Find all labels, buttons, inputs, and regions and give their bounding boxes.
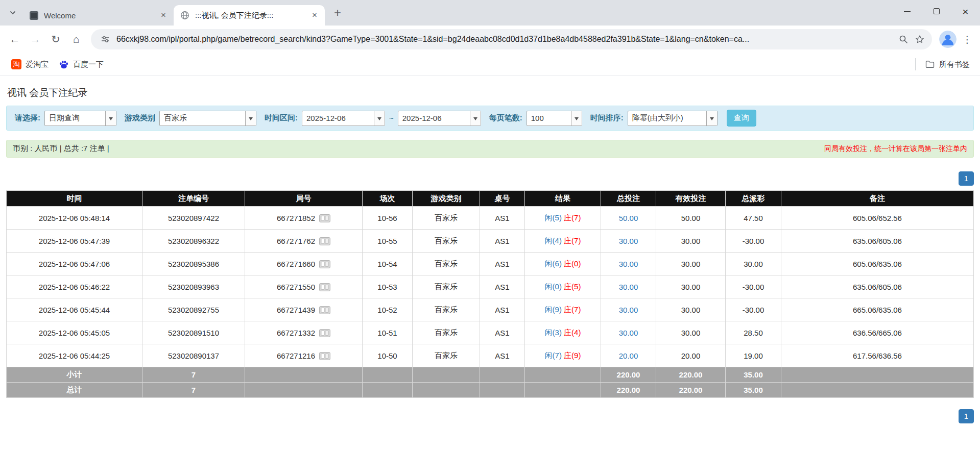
cell-round-no: 667271852: [245, 207, 363, 230]
cell-session: 10-52: [363, 298, 413, 321]
cell-total-bet: 30.00: [601, 275, 656, 298]
url-text: 66cxkj98.com/ipl/portal.php/game/betreco…: [116, 35, 892, 44]
page-button[interactable]: 1: [959, 171, 974, 186]
bet-row: 2025-12-06 05:47:39523020896322667271762…: [7, 230, 974, 253]
game-type-label: 游戏类别: [125, 113, 155, 123]
forward-button[interactable]: →: [26, 30, 45, 49]
filter-bar: 请选择: 日期查询 游戏类别 百家乐 时间区间: 2025-12-06 ~ 20…: [6, 106, 974, 131]
round-result-icon[interactable]: [319, 237, 330, 245]
total-bet-link[interactable]: 50.00: [619, 214, 638, 222]
home-button[interactable]: ⌂: [66, 30, 86, 49]
minimize-button[interactable]: [893, 0, 922, 22]
chevron-down-icon: [571, 111, 582, 125]
bookmark-aitaobao[interactable]: 淘 爱淘宝: [6, 56, 54, 72]
cell-game-type: 百家乐: [413, 230, 480, 253]
round-result-icon[interactable]: [319, 352, 330, 360]
result-banker: 庄(7): [564, 236, 581, 245]
currency-summary: 币别 : 人民币 | 总共 :7 注单 |: [13, 144, 109, 154]
back-button[interactable]: ←: [5, 30, 25, 49]
cell-valid-bet: 50.00: [656, 207, 726, 230]
date-to-value: 2025-12-06: [398, 114, 470, 122]
bookmarks-divider: [915, 58, 916, 70]
tab-welcome[interactable]: Welcome ×: [22, 5, 174, 26]
round-number: 667271852: [277, 214, 315, 222]
cell-bet-no: 523020892755: [142, 298, 245, 321]
round-result-icon[interactable]: [319, 306, 330, 314]
tab-betrecord[interactable]: :::视讯, 会员下注纪录::: ×: [174, 5, 325, 26]
round-result-icon[interactable]: [319, 260, 330, 268]
cell-session: 10-51: [363, 321, 413, 344]
grand-total-row: 总计7220.00220.0035.00: [7, 383, 974, 398]
cell-round-no: 667271332: [245, 321, 363, 344]
round-result-icon[interactable]: [319, 214, 330, 222]
all-bookmarks-button[interactable]: 所有书签: [921, 56, 974, 72]
browser-toolbar: ← → ↻ ⌂ 66cxkj98.com/ipl/portal.php/game…: [0, 26, 980, 53]
tab-title: :::视讯, 会员下注纪录:::: [195, 11, 309, 20]
tab-close-icon[interactable]: ×: [309, 10, 320, 20]
tab-close-icon[interactable]: ×: [158, 10, 169, 20]
site-info-icon[interactable]: [98, 34, 112, 44]
refresh-button[interactable]: ↻: [46, 30, 65, 49]
page-title: 视讯 会员下注纪录: [7, 86, 974, 99]
search-button[interactable]: 查询: [727, 110, 756, 127]
total-bet-link[interactable]: 30.00: [619, 329, 638, 337]
bet-table: 时间注单编号局号场次游戏类别桌号结果总投注有效投注总派彩备注 2025-12-0…: [6, 190, 974, 398]
cell-total-bet: 30.00: [601, 298, 656, 321]
query-type-select[interactable]: 日期查询: [44, 111, 116, 126]
column-header: 总派彩: [726, 191, 781, 207]
page-size-select[interactable]: 100: [527, 111, 582, 126]
column-header: 注单编号: [142, 191, 245, 207]
page-size-value: 100: [527, 114, 571, 122]
cell-note: 635.06/605.06: [781, 230, 974, 253]
close-button[interactable]: ×: [951, 0, 980, 22]
result-player: 闲(6): [545, 259, 562, 268]
range-separator: ~: [389, 114, 394, 122]
cell-time: 2025-12-06 05:46:22: [7, 275, 142, 298]
date-from-select[interactable]: 2025-12-06: [302, 111, 385, 126]
column-header: 结果: [525, 191, 601, 207]
page-button[interactable]: 1: [959, 409, 974, 423]
bet-row: 2025-12-06 05:45:05523020891510667271332…: [7, 321, 974, 344]
date-to-select[interactable]: 2025-12-06: [398, 111, 481, 126]
game-type-select[interactable]: 百家乐: [159, 111, 256, 126]
total-bet-link[interactable]: 30.00: [619, 260, 638, 268]
address-bar[interactable]: 66cxkj98.com/ipl/portal.php/game/betreco…: [91, 29, 932, 49]
cell-valid-bet: 30.00: [656, 230, 726, 253]
profile-avatar[interactable]: [939, 31, 957, 48]
bet-row: 2025-12-06 05:47:06523020895386667271660…: [7, 253, 974, 275]
browser-menu-button[interactable]: ⋮: [960, 30, 975, 49]
round-number: 667271762: [277, 237, 315, 245]
cell-result: 闲(6) 庄(0): [525, 253, 601, 275]
folder-icon: [925, 59, 935, 69]
tab-search-button[interactable]: [5, 5, 20, 20]
total-bet-link[interactable]: 20.00: [619, 351, 638, 360]
sort-select[interactable]: 降幂(由大到小): [628, 111, 718, 126]
bookmark-baidu[interactable]: 百度一下: [54, 56, 109, 72]
cell-game-type: 百家乐: [413, 207, 480, 230]
maximize-button[interactable]: [922, 0, 951, 22]
cell-result: 闲(4) 庄(7): [525, 230, 601, 253]
round-number: 667271332: [277, 329, 315, 337]
chevron-down-icon: [245, 111, 256, 125]
page-content: 视讯 会员下注纪录 请选择: 日期查询 游戏类别 百家乐 时间区间: 2025-…: [0, 86, 980, 423]
total-bet-link[interactable]: 30.00: [619, 283, 638, 291]
cell-table-no: AS1: [480, 298, 525, 321]
bookmark-label: 百度一下: [73, 60, 104, 69]
round-number: 667271216: [277, 351, 315, 360]
zoom-icon[interactable]: [896, 34, 911, 44]
bookmark-star-icon[interactable]: [913, 34, 927, 44]
tab-bar: Welcome × :::视讯, 会员下注纪录::: × + ×: [0, 0, 980, 26]
round-result-icon[interactable]: [319, 329, 330, 337]
pagination-top: 1: [6, 171, 974, 186]
cell-payout: -30.00: [726, 298, 781, 321]
cell-time: 2025-12-06 05:44:25: [7, 344, 142, 367]
total-bet-link[interactable]: 30.00: [619, 306, 638, 314]
result-player: 闲(7): [545, 351, 562, 360]
cell-valid-bet: 30.00: [656, 321, 726, 344]
round-result-icon[interactable]: [319, 283, 330, 291]
new-tab-button[interactable]: +: [329, 4, 346, 21]
cell-bet-no: 523020890137: [142, 344, 245, 367]
bet-table-body: 2025-12-06 05:48:14523020897422667271852…: [7, 207, 974, 398]
total-bet-link[interactable]: 30.00: [619, 237, 638, 245]
cell-result: 闲(9) 庄(7): [525, 298, 601, 321]
